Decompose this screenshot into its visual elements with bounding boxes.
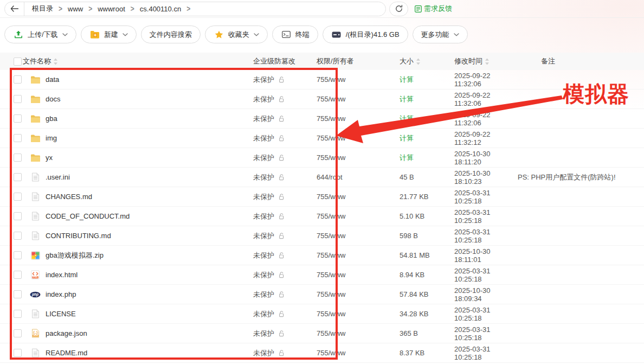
disk-root-button[interactable]: /(根目录)41.6 GB [323, 25, 408, 43]
modified-time: 2025-09-22 11:32:06 [454, 72, 491, 88]
file-size: 34.28 KB [400, 310, 429, 318]
file-name[interactable]: CONTRIBUTING.md [46, 232, 111, 240]
row-checkbox[interactable] [14, 173, 22, 181]
tamper-status: 未保护 [253, 153, 274, 163]
svg-text:{..}: {..} [33, 330, 38, 335]
row-checkbox[interactable] [14, 290, 22, 298]
file-name[interactable]: CHANGES.md [46, 193, 92, 201]
unlock-icon [276, 232, 287, 239]
new-label: 新建 [104, 30, 118, 40]
favorites-button[interactable]: 收藏夹 [205, 25, 268, 43]
html-icon: HTML [30, 270, 41, 279]
terminal-button[interactable]: 终端 [272, 25, 318, 43]
breadcrumb-item[interactable]: cs.400110.cn [138, 5, 183, 13]
file-size: 21.77 KB [400, 193, 429, 201]
compute-size-link[interactable]: 计算 [400, 114, 414, 123]
header-name[interactable]: 文件名称 [23, 56, 58, 66]
top-bar: 根目录>www>wwwroot>cs.400110.cn> 需求反馈 [0, 0, 644, 18]
row-checkbox[interactable] [14, 310, 22, 318]
breadcrumb-item[interactable]: wwwroot [95, 5, 127, 13]
file-name[interactable]: README.md [46, 349, 87, 357]
row-checkbox[interactable] [14, 329, 22, 337]
unlock-icon [276, 76, 287, 83]
file-name[interactable]: .user.ini [46, 173, 70, 181]
file-name[interactable]: index.php [46, 290, 76, 298]
tamper-status: 未保护 [253, 192, 274, 202]
header-perm[interactable]: 权限/所有者 [317, 56, 354, 66]
permission-owner: 755/www [317, 95, 345, 103]
table-row: gba未保护755/www计算2025-09-22 11:32:06 [0, 109, 644, 129]
row-checkbox[interactable] [14, 251, 22, 259]
tamper-status: 未保护 [253, 173, 274, 182]
row-checkbox[interactable] [14, 95, 22, 103]
file-name[interactable]: yx [46, 154, 53, 162]
breadcrumb-separator: > [183, 4, 194, 14]
file-icon [30, 192, 41, 201]
tamper-status: 未保护 [253, 309, 274, 319]
row-checkbox[interactable] [14, 193, 22, 201]
compute-size-link[interactable]: 计算 [400, 75, 414, 84]
file-name[interactable]: img [46, 134, 57, 142]
upload-download-button[interactable]: 上传/下载 [4, 25, 76, 43]
file-name[interactable]: index.html [46, 271, 78, 279]
more-button[interactable]: 更多功能 [413, 25, 468, 43]
row-checkbox[interactable] [14, 114, 22, 123]
unlock-icon [276, 310, 287, 317]
breadcrumb-item[interactable]: 根目录 [30, 4, 55, 14]
compute-size-link[interactable]: 计算 [400, 134, 414, 142]
compute-size-link[interactable]: 计算 [400, 154, 414, 162]
file-name[interactable]: docs [46, 95, 60, 103]
back-button[interactable] [5, 2, 24, 16]
tamper-status: 未保护 [253, 290, 274, 299]
feedback-link[interactable]: 需求反馈 [415, 4, 452, 14]
breadcrumb-item[interactable]: www [66, 5, 85, 13]
row-checkbox[interactable] [14, 271, 22, 279]
new-button[interactable]: 新建 [81, 25, 137, 43]
file-name[interactable]: data [46, 75, 59, 84]
row-checkbox[interactable] [14, 75, 22, 84]
tamper-status: 未保护 [253, 329, 274, 339]
select-all-checkbox[interactable] [14, 58, 22, 66]
permission-owner: 755/www [317, 349, 345, 357]
table-body: data未保护755/www计算2025-09-22 11:32:06docs未… [0, 70, 644, 363]
modified-time: 2025-03-31 10:25:18 [454, 267, 491, 283]
row-checkbox[interactable] [14, 134, 22, 142]
svg-text:HTML: HTML [33, 276, 37, 278]
permission-owner: 755/www [317, 154, 345, 162]
file-name[interactable]: gba [46, 114, 57, 123]
sort-icon [53, 58, 58, 65]
header-size[interactable]: 大小 [400, 56, 421, 66]
file-name[interactable]: CODE_OF_CONDUCT.md [46, 212, 130, 220]
terminal-icon [281, 31, 292, 38]
row-checkbox[interactable] [14, 154, 22, 162]
breadcrumb-items: 根目录>www>wwwroot>cs.400110.cn> [24, 4, 194, 14]
table-row: data未保护755/www计算2025-09-22 11:32:06 [0, 70, 644, 90]
compute-size-link[interactable]: 计算 [400, 95, 414, 103]
file-size: 5.10 KB [400, 212, 424, 220]
table-row: CONTRIBUTING.md未保护755/www598 B2025-03-31… [0, 226, 644, 246]
table-row: docs未保护755/www计算2025-09-22 11:32:06 [0, 90, 644, 109]
upload-icon [13, 30, 24, 39]
header-mtime[interactable]: 修改时间 [454, 56, 490, 66]
table-row: HTMLindex.html未保护755/www8.94 KB2025-03-3… [0, 265, 644, 285]
file-size: 57.84 KB [400, 290, 429, 298]
feedback-icon [415, 5, 422, 12]
star-icon [214, 30, 224, 39]
header-tamper[interactable]: 企业级防篡改 [253, 56, 295, 66]
row-checkbox[interactable] [14, 349, 22, 357]
unlock-icon [276, 349, 287, 356]
file-name[interactable]: LICENSE [46, 310, 76, 318]
row-checkbox[interactable] [14, 212, 22, 220]
file-name[interactable]: gba游戏模拟器.zip [46, 251, 104, 260]
refresh-button[interactable] [389, 2, 408, 16]
tamper-status: 未保护 [253, 94, 274, 104]
table-row: .user.ini未保护644/root45 B2025-10-30 18:10… [0, 168, 644, 187]
file-manager-page: 根目录>www>wwwroot>cs.400110.cn> 需求反馈 上传/下载… [0, 0, 644, 364]
permission-owner: 755/www [317, 232, 345, 240]
tamper-status: 未保护 [253, 348, 274, 358]
file-icon [30, 231, 41, 240]
row-checkbox[interactable] [14, 232, 22, 240]
file-name[interactable]: package.json [46, 329, 87, 337]
content-search-button[interactable]: 文件内容搜索 [141, 25, 201, 43]
chevron-down-icon [454, 33, 459, 36]
